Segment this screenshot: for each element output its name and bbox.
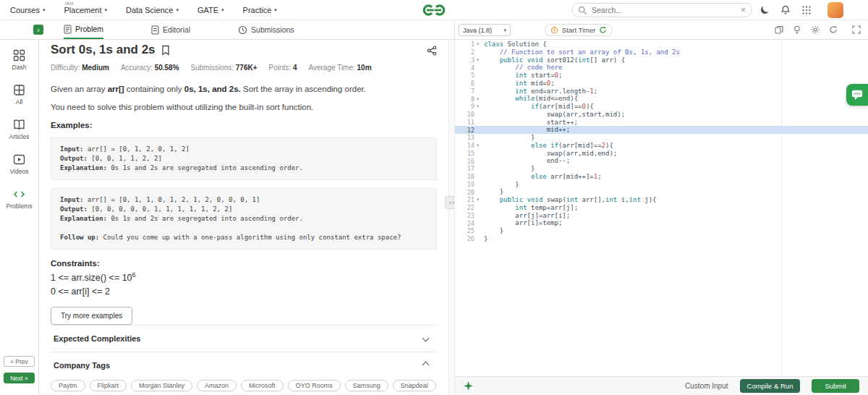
company-tag-chip[interactable]: Flipkart xyxy=(90,380,127,391)
line-number[interactable]: 26 xyxy=(455,235,481,243)
notifications-bell-icon[interactable] xyxy=(780,5,791,15)
code-line[interactable]: end--; xyxy=(481,157,868,165)
code-line[interactable]: int start=0; xyxy=(481,72,868,80)
line-number[interactable]: 6 xyxy=(455,80,481,88)
line-number[interactable]: 19 xyxy=(455,181,481,189)
sidebar-item-problems[interactable]: Problems xyxy=(0,182,38,216)
lightbulb-icon[interactable] xyxy=(793,25,801,34)
gfg-logo[interactable] xyxy=(420,3,448,17)
line-number[interactable]: 9▾ xyxy=(455,103,481,111)
line-number[interactable]: 1▾ xyxy=(455,41,481,48)
code-line[interactable]: } xyxy=(481,181,868,189)
code-line[interactable]: arr[j]=arr[i]; xyxy=(481,212,868,220)
code-line[interactable]: while(mid<=end){ xyxy=(481,95,868,103)
company-tag-chip[interactable]: Paytm xyxy=(51,380,85,391)
nav-item-practice[interactable]: Practice ▾ xyxy=(243,6,277,14)
sidebar-item-all[interactable]: All xyxy=(0,77,38,112)
nav-item-data-science[interactable]: Data Science ▾ xyxy=(126,6,179,14)
company-tag-chip[interactable]: OYO Rooms xyxy=(288,380,341,391)
line-number[interactable]: 12 xyxy=(455,126,481,134)
line-number[interactable]: 14▾ xyxy=(455,142,481,150)
code-area[interactable]: 1▾23▾45678▾9▾1011121314▾15161718192021▾2… xyxy=(455,40,868,376)
bookmark-icon[interactable] xyxy=(161,45,170,56)
collapse-panel-button[interactable]: › xyxy=(33,25,43,35)
avatar[interactable] xyxy=(827,2,843,18)
apps-grid-icon[interactable] xyxy=(801,5,812,15)
code-line[interactable]: } xyxy=(481,134,868,142)
ai-sparkle-icon[interactable] xyxy=(464,381,473,391)
next-button[interactable]: Next » xyxy=(4,373,35,383)
code-line[interactable]: } xyxy=(481,235,868,243)
line-number[interactable]: 11 xyxy=(455,119,481,127)
code-line[interactable]: } xyxy=(481,188,868,196)
code-line[interactable]: // Function to sort an array of 0s, 1s, … xyxy=(481,48,868,56)
start-timer-button[interactable]: Start Timer xyxy=(545,24,613,36)
code-line[interactable]: swap(arr,mid,end); xyxy=(481,150,868,158)
line-number[interactable]: 3▾ xyxy=(455,56,481,64)
line-number[interactable]: 20 xyxy=(455,188,481,196)
nav-item-gate[interactable]: GATE ▾ xyxy=(197,6,224,14)
code-line[interactable]: int end=arr.length-1; xyxy=(481,88,868,95)
company-tag-chip[interactable]: Samsung xyxy=(345,380,388,391)
code-line[interactable]: int mid=0; xyxy=(481,80,868,88)
search-input[interactable] xyxy=(592,6,736,14)
line-number[interactable]: 15 xyxy=(455,150,481,158)
line-number[interactable]: 13 xyxy=(455,134,481,142)
section-company-tags[interactable]: Company Tags xyxy=(51,352,437,378)
compile-run-button[interactable]: Compile & Run xyxy=(740,379,801,393)
line-number[interactable]: 8▾ xyxy=(455,95,481,103)
line-number[interactable]: 17 xyxy=(455,165,481,173)
copy-icon[interactable] xyxy=(775,25,783,34)
code-line[interactable]: } xyxy=(481,165,868,173)
tab-submissions[interactable]: Submissions xyxy=(238,20,294,39)
code-line[interactable]: public void swap(int arr[],int i,int j){ xyxy=(481,196,868,204)
reset-code-icon[interactable] xyxy=(829,25,838,34)
company-tag-chip[interactable]: Morgan Stanley xyxy=(131,380,192,391)
clear-search-icon[interactable]: × xyxy=(741,6,746,14)
line-number[interactable]: 7 xyxy=(455,88,481,95)
line-number[interactable]: 23 xyxy=(455,212,481,220)
code-line[interactable]: // code here xyxy=(481,64,868,72)
language-select[interactable]: Java (1.8) ▾ xyxy=(459,24,511,36)
line-number[interactable]: 10 xyxy=(455,111,481,119)
sidebar-item-videos[interactable]: Videos xyxy=(0,147,38,182)
line-number[interactable]: 21▾ xyxy=(455,196,481,204)
code-line[interactable]: } xyxy=(481,227,868,235)
nav-item-placement[interactable]: IBM Placement ▾ xyxy=(64,6,107,14)
code-line[interactable]: arr[i]=temp; xyxy=(481,219,868,227)
chat-widget-button[interactable] xyxy=(846,84,868,106)
tab-problem[interactable]: Problem xyxy=(64,20,103,39)
line-number[interactable]: 25 xyxy=(455,227,481,235)
prev-button[interactable]: « Prev xyxy=(4,356,35,367)
fullscreen-icon[interactable] xyxy=(852,25,861,34)
sidebar-item-articles[interactable]: Articles xyxy=(0,112,38,147)
share-icon[interactable] xyxy=(427,46,437,56)
settings-gear-icon[interactable] xyxy=(811,25,820,34)
code-line[interactable]: int temp=arr[j]; xyxy=(481,204,868,212)
nav-item-courses[interactable]: Courses ▾ xyxy=(10,6,45,14)
code-line[interactable]: public void sort012(int[] arr) { xyxy=(481,56,868,64)
try-more-examples-button[interactable]: Try more examples xyxy=(51,307,132,325)
code-line[interactable]: class Solution { xyxy=(481,41,868,48)
code-line[interactable]: else if(arr[mid]==2){ xyxy=(481,142,868,150)
line-number[interactable]: 5 xyxy=(455,72,481,80)
line-number[interactable]: 24 xyxy=(455,219,481,227)
tab-editorial[interactable]: Editorial xyxy=(151,20,190,39)
custom-input-link[interactable]: Custom Input xyxy=(685,382,728,390)
submit-button[interactable]: Submit xyxy=(812,379,859,393)
line-number[interactable]: 4 xyxy=(455,64,481,72)
code-line[interactable]: mid++; xyxy=(481,126,868,134)
company-tag-chip[interactable]: Amazon xyxy=(197,380,237,391)
company-tag-chip[interactable]: Snapdeal xyxy=(393,380,436,391)
code-line[interactable]: start++; xyxy=(481,119,868,127)
dark-mode-icon[interactable] xyxy=(760,5,770,15)
line-number[interactable]: 22 xyxy=(455,204,481,212)
line-number[interactable]: 2 xyxy=(455,48,481,56)
sidebar-item-dash[interactable]: Dash xyxy=(0,43,38,77)
line-number[interactable]: 18 xyxy=(455,173,481,181)
section-expected-complexities[interactable]: Expected Complexities xyxy=(51,325,437,352)
code-line[interactable]: if(arr[mid]==0){ xyxy=(481,103,868,111)
line-number[interactable]: 16 xyxy=(455,157,481,165)
code-line[interactable]: else arr[mid++]=1; xyxy=(481,173,868,181)
code-line[interactable]: swap(arr,start,mid); xyxy=(481,111,868,119)
